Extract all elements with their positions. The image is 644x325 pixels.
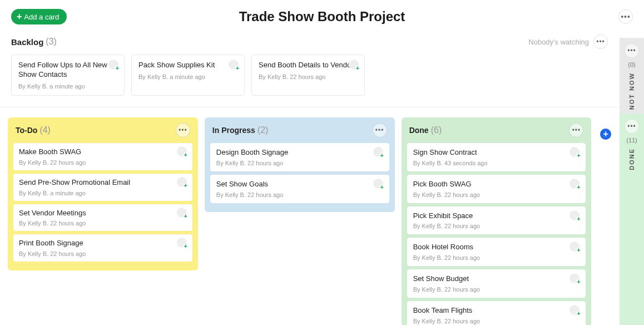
column-more-button[interactable]: ••• — [569, 123, 583, 137]
column-title: Done — [409, 126, 429, 135]
backlog-title: Backlog — [11, 37, 43, 47]
assign-avatar[interactable]: + — [177, 177, 188, 188]
column-title: In Progress — [212, 126, 255, 135]
column-card[interactable]: Set Show Goals By Kelly B. 22 hours ago … — [210, 175, 389, 203]
card-title: Set Show Goals — [216, 180, 383, 189]
backlog-more-button[interactable]: ••• — [593, 35, 608, 49]
card-title: Design Booth Signage — [216, 148, 383, 157]
column-card[interactable]: Book Hotel Rooms By Kelly B. 22 hours ag… — [407, 238, 586, 266]
card-meta: By Kelly B. 22 hours ago — [19, 220, 187, 226]
column-todo: To-Do (4) ••• Make Booth SWAG By Kelly B… — [8, 117, 198, 271]
assign-avatar[interactable]: + — [569, 210, 581, 221]
assign-avatar[interactable]: + — [569, 305, 581, 316]
column-count: (2) — [257, 125, 269, 135]
page-title: Trade Show Booth Project — [239, 9, 405, 24]
avatar-placeholder-icon: + — [177, 238, 187, 248]
card-title: Book Hotel Rooms — [413, 243, 580, 252]
add-column-button[interactable]: + — [600, 129, 611, 140]
avatar-placeholder-icon: + — [373, 179, 383, 189]
avatar-plus-icon: + — [183, 152, 189, 158]
avatar-plus-icon: + — [576, 216, 581, 222]
avatar-plus-icon: + — [355, 66, 360, 71]
watching-label: Nobody's watching — [528, 38, 589, 46]
backlog-count: (3) — [46, 37, 57, 47]
column-count: (6) — [431, 125, 442, 135]
rail-notnow[interactable]: ••• (0) NOT NOW — [620, 38, 644, 114]
backlog-card[interactable]: Send Booth Details to Vendors By Kelly B… — [251, 55, 365, 96]
backlog-card[interactable]: Pack Show Supplies Kit By Kelly B. a min… — [131, 55, 245, 96]
card-meta: By Kelly B. a minute ago — [18, 83, 117, 90]
card-meta: By Kelly B. 22 hours ago — [413, 191, 580, 198]
card-meta: By Kelly B. 22 hours ago — [413, 254, 580, 261]
assign-avatar[interactable]: + — [349, 60, 360, 71]
avatar-placeholder-icon: + — [229, 60, 239, 70]
column-more-button[interactable]: ••• — [176, 123, 190, 137]
card-meta: By Kelly B. 22 hours ago — [413, 286, 580, 293]
avatar-placeholder-icon: + — [177, 146, 187, 156]
column-card[interactable]: Sign Show Contract By Kelly B. 43 second… — [407, 143, 586, 171]
column-card[interactable]: Print Booth Signage By Kelly B. 22 hours… — [13, 234, 192, 262]
assign-avatar[interactable]: + — [229, 60, 240, 71]
page-more-button[interactable]: ••• — [618, 9, 633, 24]
header: + Add a card Trade Show Booth Project ••… — [0, 0, 644, 29]
assign-avatar[interactable]: + — [108, 60, 120, 71]
avatar-placeholder-icon: + — [569, 210, 579, 220]
avatar-plus-icon: + — [379, 185, 385, 190]
column-card[interactable]: Set Show Budget By Kelly B. 22 hours ago… — [407, 269, 586, 298]
card-meta: By Kelly B. 22 hours ago — [19, 159, 187, 166]
backlog-card[interactable]: Send Follow Ups to All New Show Contacts… — [11, 55, 125, 96]
card-title: Send Pre-Show Promotional Email — [19, 178, 187, 188]
card-title: Book Team Flights — [413, 306, 580, 316]
assign-avatar[interactable]: + — [373, 179, 384, 190]
avatar-plus-icon: + — [379, 153, 385, 159]
card-meta: By Kelly B. 43 seconds ago — [413, 160, 580, 166]
avatar-placeholder-icon: + — [569, 273, 579, 283]
avatar-placeholder-icon: + — [569, 242, 579, 252]
card-title: Send Booth Details to Vendors — [259, 61, 358, 70]
backlog-header: Backlog (3) Nobody's watching ••• — [11, 35, 608, 49]
avatar-plus-icon: + — [576, 311, 581, 317]
plus-icon: + — [603, 129, 608, 139]
avatar-plus-icon: + — [576, 185, 581, 190]
assign-avatar[interactable]: + — [569, 242, 581, 253]
assign-avatar[interactable]: + — [177, 146, 188, 157]
assign-avatar[interactable]: + — [569, 179, 581, 190]
add-card-label: Add a card — [24, 13, 59, 21]
column-card[interactable]: Design Booth Signage By Kelly B. 22 hour… — [210, 143, 389, 171]
rail-count: (11) — [626, 137, 637, 144]
right-rails: ••• (0) NOT NOW ••• (11) DONE — [620, 38, 644, 325]
assign-avatar[interactable]: + — [177, 238, 188, 249]
column-card[interactable]: Make Booth SWAG By Kelly B. 22 hours ago… — [13, 143, 192, 170]
assign-avatar[interactable]: + — [569, 147, 581, 158]
card-meta: By Kelly B. 22 hours ago — [259, 73, 358, 80]
column-card[interactable]: Book Team Flights By Kelly B. 22 hours a… — [407, 301, 586, 325]
avatar-placeholder-icon: + — [108, 60, 118, 70]
avatar-plus-icon: + — [235, 66, 240, 71]
card-title: Pick Exhibit Space — [413, 211, 580, 221]
avatar-placeholder-icon: + — [569, 147, 579, 157]
card-meta: By Kelly B. a minute ago — [19, 190, 187, 196]
avatar-placeholder-icon: + — [569, 305, 579, 315]
rail-done[interactable]: ••• (11) DONE — [620, 114, 644, 325]
card-title: Pick Booth SWAG — [413, 180, 580, 189]
rail-more-button[interactable]: ••• — [625, 43, 639, 58]
add-card-button[interactable]: + Add a card — [11, 9, 67, 24]
rail-more-button[interactable]: ••• — [625, 119, 639, 134]
card-title: Make Booth SWAG — [19, 147, 187, 157]
plus-icon: + — [17, 12, 22, 21]
card-title: Sign Show Contract — [413, 148, 580, 157]
column-title: To-Do — [16, 126, 37, 135]
column-inprogress: In Progress (2) ••• Design Booth Signage… — [205, 117, 395, 212]
column-card[interactable]: Set Vendor Meetings By Kelly B. 22 hours… — [13, 204, 192, 232]
column-more-button[interactable]: ••• — [373, 123, 387, 137]
column-header: In Progress (2) ••• — [210, 123, 389, 137]
column-card[interactable]: Pick Exhibit Space By Kelly B. 22 hours … — [407, 206, 586, 235]
assign-avatar[interactable]: + — [373, 147, 384, 158]
card-title: Pack Show Supplies Kit — [138, 61, 237, 70]
card-title: Set Vendor Meetings — [19, 209, 187, 218]
column-header: Done (6) ••• — [407, 123, 586, 137]
assign-avatar[interactable]: + — [177, 208, 188, 219]
column-card[interactable]: Send Pre-Show Promotional Email By Kelly… — [13, 174, 192, 201]
assign-avatar[interactable]: + — [569, 273, 581, 284]
column-card[interactable]: Pick Booth SWAG By Kelly B. 22 hours ago… — [407, 175, 586, 203]
